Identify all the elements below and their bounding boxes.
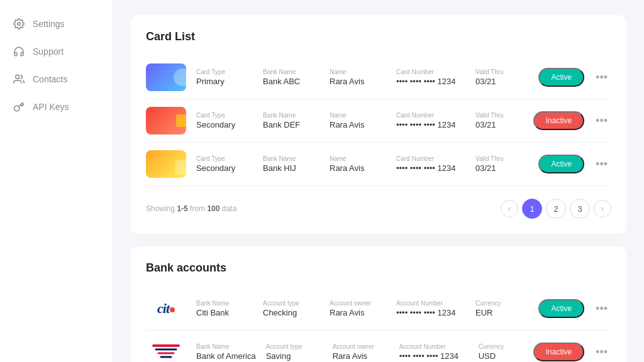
- bank-name-value-3: Bank HIJ: [263, 163, 319, 173]
- account-number-label-b2: Account Number: [399, 343, 469, 350]
- more-menu-card-3[interactable]: •••: [592, 155, 611, 173]
- status-badge-card-2[interactable]: Inactive: [533, 111, 584, 130]
- account-owner-label-b1: Account owner: [330, 300, 386, 307]
- account-type-value-b2: Saving: [266, 351, 323, 361]
- card-name-value-2: Rara Avis: [330, 120, 386, 129]
- sidebar-label-support: Support: [33, 47, 64, 57]
- account-owner-group-b2: Account owner Rara Avis: [333, 343, 389, 361]
- card-list-section: Card List Card Type Primary Bank Name Ba…: [131, 15, 626, 234]
- status-badge-bank-1[interactable]: Active: [538, 299, 584, 318]
- status-badge-bank-2[interactable]: Inactive: [533, 343, 584, 361]
- card-number-value-3: •••• •••• •••• 1234: [396, 163, 465, 173]
- currency-label-b2: Currency: [479, 343, 523, 350]
- account-owner-value-b2: Rara Avis: [333, 351, 389, 361]
- pagination-next[interactable]: ›: [594, 200, 611, 217]
- card-number-group-3: Card Number •••• •••• •••• 1234: [396, 155, 465, 173]
- sidebar-label-contacts: Contacts: [33, 74, 67, 84]
- card-name-group-1: Name Rara Avis: [330, 69, 386, 86]
- bank-name-group-3: Bank Name Bank HIJ: [263, 155, 319, 173]
- bank-accounts-title: Bank accounts: [146, 261, 611, 275]
- pagination-page-3[interactable]: 3: [570, 199, 590, 219]
- card-image-primary: [146, 63, 186, 91]
- account-type-group-b2: Account type Saving: [266, 343, 323, 361]
- bank-accounts-section: Bank accounts cit Bank Name Citi Bank Ac…: [131, 246, 626, 362]
- pagination-page-2[interactable]: 2: [546, 199, 566, 219]
- card-name-label-1: Name: [330, 69, 386, 75]
- sidebar-item-api-keys[interactable]: API Keys: [0, 93, 113, 121]
- bank-name-label-b1: Bank Name: [196, 300, 253, 307]
- bank-name-group-b2: Bank Name Bank of America: [196, 343, 256, 361]
- card-type-label-3: Card Type: [196, 155, 253, 162]
- card-number-value-1: •••• •••• •••• 1234: [396, 77, 465, 86]
- gear-icon: [13, 18, 25, 30]
- valid-thru-value-2: 03/21: [475, 120, 519, 129]
- card-row-3: Card Type Secondary Bank Name Bank HIJ N…: [146, 143, 611, 186]
- bank-row-2: Bank Name Bank of America Account type S…: [146, 331, 611, 362]
- card-type-value-3: Secondary: [196, 163, 253, 173]
- pagination-info: Showing 1-5 from 100 data: [146, 204, 236, 213]
- bank-row-1: cit Bank Name Citi Bank Account type Che…: [146, 287, 611, 331]
- card-type-group-3: Card Type Secondary: [196, 155, 253, 173]
- sidebar-item-settings[interactable]: Settings: [0, 10, 113, 38]
- currency-label-b1: Currency: [475, 300, 519, 307]
- valid-thru-value-3: 03/21: [475, 163, 519, 173]
- currency-group-b1: Currency EUR: [475, 300, 519, 317]
- card-number-group-2: Card Number •••• •••• •••• 1234: [396, 112, 465, 129]
- more-menu-bank-1[interactable]: •••: [592, 300, 611, 318]
- bank-name-value-b1: Citi Bank: [196, 308, 253, 317]
- more-menu-card-2[interactable]: •••: [592, 112, 611, 130]
- key-icon: [13, 101, 25, 113]
- sidebar-item-contacts[interactable]: Contacts: [0, 65, 113, 93]
- account-number-value-b2: •••• •••• •••• 1234: [399, 351, 469, 361]
- valid-thru-label-2: Valid Thru: [475, 112, 519, 119]
- card-pagination: Showing 1-5 from 100 data ‹ 1 2 3 ›: [146, 189, 611, 219]
- card-type-group-1: Card Type Primary: [196, 69, 253, 86]
- main-content: Card List Card Type Primary Bank Name Ba…: [113, 0, 644, 362]
- currency-group-b2: Currency USD: [479, 343, 523, 361]
- bank-name-label-b2: Bank Name: [196, 343, 256, 350]
- sidebar-label-settings: Settings: [33, 19, 65, 29]
- status-badge-card-1[interactable]: Active: [538, 68, 584, 87]
- bank-name-label-1: Bank Name: [263, 69, 319, 75]
- valid-thru-group-3: Valid Thru 03/21: [475, 155, 519, 173]
- account-owner-group-b1: Account owner Rara Avis: [330, 300, 386, 317]
- valid-thru-group-1: Valid Thru 03/21: [475, 69, 519, 86]
- valid-thru-value-1: 03/21: [475, 77, 519, 86]
- sidebar-item-support[interactable]: Support: [0, 38, 113, 65]
- bank-name-value-b2: Bank of America: [196, 351, 256, 361]
- more-menu-bank-2[interactable]: •••: [592, 343, 611, 361]
- account-type-label-b1: Account type: [263, 300, 319, 307]
- account-owner-label-b2: Account owner: [333, 343, 389, 350]
- account-number-group-b1: Account Number •••• •••• •••• 1234: [396, 300, 465, 317]
- card-number-label-3: Card Number: [396, 155, 465, 162]
- card-type-group-2: Card Type Secondary: [196, 112, 253, 129]
- card-name-value-3: Rara Avis: [330, 163, 386, 173]
- svg-point-1: [16, 75, 19, 79]
- bank-name-group-1: Bank Name Bank ABC: [263, 69, 319, 86]
- card-name-group-3: Name Rara Avis: [330, 155, 386, 173]
- card-type-label-2: Card Type: [196, 112, 253, 119]
- account-number-group-b2: Account Number •••• •••• •••• 1234: [399, 343, 469, 361]
- card-number-label-1: Card Number: [396, 69, 465, 75]
- more-menu-card-1[interactable]: •••: [592, 69, 611, 87]
- account-owner-value-b1: Rara Avis: [330, 308, 386, 317]
- currency-value-b2: USD: [479, 351, 523, 361]
- status-badge-card-3[interactable]: Active: [538, 155, 584, 173]
- contacts-icon: [13, 73, 25, 85]
- card-type-value-1: Primary: [196, 77, 253, 86]
- bank-logo-boa: [146, 338, 186, 362]
- card-name-label-2: Name: [330, 112, 386, 119]
- card-row-1: Card Type Primary Bank Name Bank ABC Nam…: [146, 56, 611, 99]
- card-number-label-2: Card Number: [396, 112, 465, 119]
- currency-value-b1: EUR: [475, 308, 519, 317]
- svg-point-0: [18, 23, 21, 26]
- card-image-secondary-orange: [146, 150, 186, 178]
- headset-icon: [13, 45, 25, 58]
- bank-name-label-2: Bank Name: [263, 112, 319, 119]
- pagination-page-1[interactable]: 1: [522, 199, 542, 219]
- valid-thru-group-2: Valid Thru 03/21: [475, 112, 519, 129]
- pagination-prev[interactable]: ‹: [501, 200, 518, 217]
- card-name-group-2: Name Rara Avis: [330, 112, 386, 129]
- bank-name-group-2: Bank Name Bank DEF: [263, 112, 319, 129]
- card-row-2: Card Type Secondary Bank Name Bank DEF N…: [146, 99, 611, 143]
